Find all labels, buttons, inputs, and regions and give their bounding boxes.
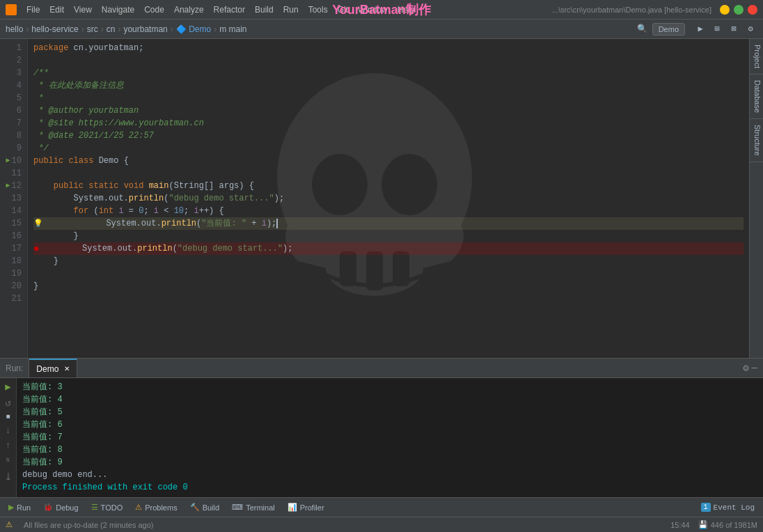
code-content[interactable]: package cn.yourbatman; /** * 在此处添加备注信息 * [28, 39, 749, 358]
problems-toolbar-btn[interactable]: ⚠ Problems [129, 500, 182, 515]
menu-view[interactable]: View [70, 3, 96, 16]
menu-navigate[interactable]: Navigate [97, 3, 139, 16]
code-line-20: } [33, 280, 744, 292]
status-right: 15:44 💾 446 of 1981M [670, 520, 757, 529]
breadcrumb: hello › hello-service › src › cn › yourb… [6, 24, 247, 34]
code-line-6: * @author yourbatman [33, 104, 744, 117]
expand-icon[interactable]: ⊠ [727, 22, 741, 36]
close-button[interactable] [748, 5, 757, 15]
code-line-1: package cn.yourbatman; [33, 42, 744, 54]
right-sidebar: Project Database Structure [749, 39, 763, 358]
menu-file[interactable]: File [22, 3, 44, 16]
code-line-9: */ [33, 142, 744, 155]
stop-btn[interactable]: ■ [6, 413, 10, 421]
bulb-icon[interactable]: 💡 [33, 217, 43, 230]
warning-icon: ⚠ [6, 520, 13, 529]
console-line-1: 当前值: 3 [22, 381, 757, 393]
fold-icon-10[interactable]: ▶ [6, 155, 10, 167]
code-line-16: } [33, 230, 744, 242]
console-line-8: debug demo end... [22, 469, 757, 481]
breadcrumb-cn[interactable]: cn [107, 24, 116, 34]
breadcrumb-main[interactable]: m main [219, 24, 246, 34]
breadcrumb-src[interactable]: src [87, 24, 98, 34]
code-line-8: * @date 2021/1/25 22:57 [33, 130, 744, 142]
menu-bar: File Edit View Navigate Code Analyze Ref… [22, 3, 552, 16]
build-toolbar-btn[interactable]: 🔨 Build [184, 500, 225, 515]
status-disk-icon: 💾 [698, 520, 708, 529]
breadcrumb-demo[interactable]: 🔷 Demo [176, 24, 211, 34]
status-position: 446 of 1981M [711, 521, 757, 529]
menu-edit[interactable]: Edit [45, 3, 68, 16]
code-line-7: * @site https://www.yourbatman.cn [33, 117, 744, 130]
build-icon[interactable]: ▶ [693, 22, 707, 36]
settings-icon[interactable]: ⚙ [744, 22, 757, 36]
run-btn[interactable]: ▶ [5, 381, 10, 393]
run-config-button[interactable]: Demo [652, 23, 685, 36]
minimize-button[interactable] [720, 5, 730, 15]
copy-icon[interactable]: ⊞ [710, 22, 724, 36]
run-config-area: 🔍 Demo ▶ ⊞ ⊠ ⚙ [636, 22, 757, 36]
event-log-label: Event Log [714, 503, 755, 512]
menu-run[interactable]: Run [279, 3, 303, 16]
menu-code[interactable]: Code [140, 3, 168, 16]
code-line-13: System.out.println("debug demo start..."… [33, 192, 744, 205]
build-label: Build [203, 503, 219, 512]
sidebar-tab-structure[interactable]: Structure [750, 119, 763, 162]
app-logo [6, 4, 17, 15]
search-icon[interactable]: 🔍 [636, 22, 650, 36]
bottom-panel: Run: Demo ✕ ⚙ — ▶ ↺ ■ ↓ ↑ ⇅ ⤓ 当前值: 3 当前值… [0, 358, 763, 497]
breadcrumb-hello[interactable]: hello [6, 24, 23, 34]
profiler-label: Profiler [300, 503, 324, 512]
run-label: Run [17, 503, 31, 512]
run-toolbar-btn[interactable]: ▶ Run [3, 500, 36, 515]
console-line-6: 当前值: 8 [22, 444, 757, 456]
menu-refactor[interactable]: Refactor [210, 3, 249, 16]
build-icon: 🔨 [190, 503, 200, 512]
console-line-7: 当前值: 9 [22, 456, 757, 469]
scroll-down-btn[interactable]: ↓ [5, 425, 10, 436]
profiler-toolbar-btn[interactable]: 📊 Profiler [282, 500, 330, 515]
breadcrumb-yourbatman[interactable]: yourbatman [123, 24, 167, 34]
line-numbers: 1 2 3 4 5 6 7 8 9 ▶ 10 11 ▶ 12 13 14 [0, 39, 28, 358]
profiler-icon: 📊 [288, 503, 297, 512]
fold-icon-12[interactable]: ▶ [6, 180, 10, 192]
code-line-12: public static void main(String[] args) { [33, 180, 744, 192]
todo-toolbar-btn[interactable]: ☰ TODO [86, 500, 129, 515]
scroll-up-btn[interactable]: ↑ [5, 440, 10, 451]
code-line-14: for (int i = 0; i < 10; i++) { [33, 205, 744, 217]
code-line-15: 💡 System.out.println("当前值: " + i); [33, 217, 744, 230]
debug-label: Debug [56, 503, 78, 512]
bottom-tab-demo[interactable]: Demo ✕ [29, 359, 77, 377]
console-output: 当前值: 3 当前值: 4 当前值: 5 当前值: 6 当前值: 7 当前值: … [17, 378, 763, 497]
menu-build[interactable]: Build [251, 3, 278, 16]
minimize-panel-icon[interactable]: — [752, 362, 757, 374]
console-area: ▶ ↺ ■ ↓ ↑ ⇅ ⤓ 当前值: 3 当前值: 4 当前值: 5 当前值: … [0, 378, 763, 497]
code-line-11 [33, 167, 744, 180]
window-controls [720, 5, 757, 15]
menu-tools[interactable]: Tools [304, 3, 332, 16]
sidebar-tab-project[interactable]: Project [750, 39, 763, 75]
code-line-18: } [33, 255, 744, 267]
scroll-end-btn[interactable]: ⤓ [4, 471, 13, 483]
todo-icon: ☰ [91, 503, 98, 512]
event-log[interactable]: 1 Event Log [695, 501, 760, 513]
settings-gear-icon[interactable]: ⚙ [743, 362, 748, 374]
demo-tab-close[interactable]: ✕ [64, 365, 70, 373]
rerun-btn[interactable]: ↺ [5, 397, 10, 409]
breadcrumb-service[interactable]: hello-service [31, 24, 78, 34]
status-text: All files are up-to-date (2 minutes ago) [24, 521, 153, 529]
terminal-toolbar-btn[interactable]: ⌨ Terminal [226, 500, 281, 515]
sort-btn[interactable]: ⇅ [6, 455, 10, 464]
demo-tab-label: Demo [36, 364, 58, 374]
debug-icon: 🐞 [43, 503, 53, 512]
maximize-button[interactable] [734, 5, 744, 15]
breakpoint-icon[interactable]: ● [33, 244, 39, 253]
problems-label: Problems [145, 503, 177, 512]
main-area: 1 2 3 4 5 6 7 8 9 ▶ 10 11 ▶ 12 13 14 [0, 39, 763, 358]
menu-analyze[interactable]: Analyze [170, 3, 208, 16]
debug-toolbar-btn[interactable]: 🐞 Debug [38, 500, 84, 515]
console-line-5: 当前值: 7 [22, 431, 757, 444]
console-line-3: 当前值: 5 [22, 406, 757, 418]
sidebar-tab-database[interactable]: Database [750, 75, 763, 119]
code-line-19 [33, 267, 744, 280]
